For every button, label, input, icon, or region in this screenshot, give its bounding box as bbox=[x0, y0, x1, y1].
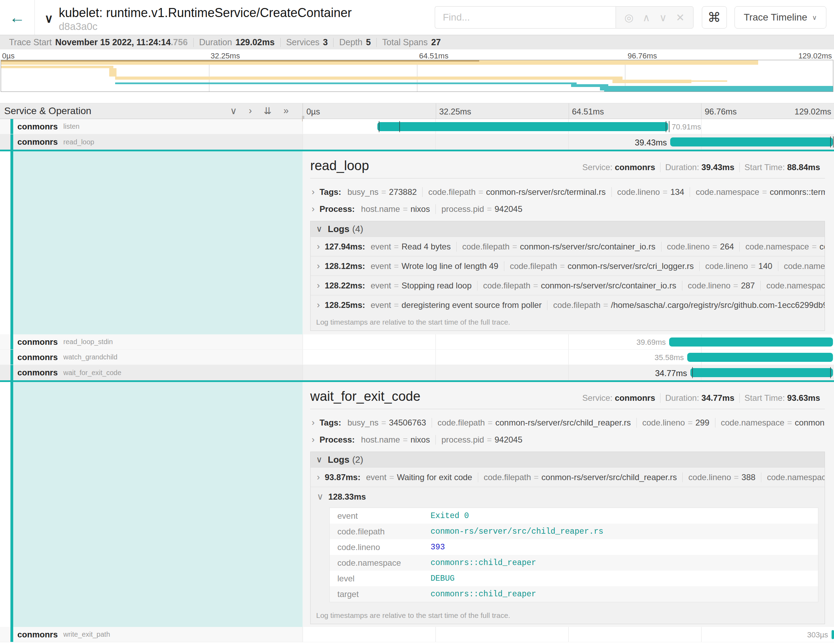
span-bar[interactable] bbox=[690, 368, 833, 377]
expand-all-icon[interactable]: » bbox=[283, 105, 289, 117]
minimap-canvas[interactable] bbox=[1, 60, 833, 92]
find-next-icon[interactable]: ∨ bbox=[659, 11, 667, 24]
span-timeline-cell[interactable]: 39.43ms bbox=[302, 134, 834, 150]
find-focus-icon[interactable]: ◎ bbox=[624, 11, 633, 24]
chevron-right-icon: › bbox=[312, 417, 315, 428]
find-prev-icon[interactable]: ∧ bbox=[642, 11, 650, 24]
log-kv-row: targetconmonrs::child_reaper bbox=[330, 586, 818, 602]
tags-row[interactable]: › Tags: busy_ns=273882code.filepath=conm… bbox=[310, 183, 825, 201]
log-kv-row: code.namespaceconmonrs::child_reaper bbox=[330, 555, 818, 571]
chevron-right-icon: › bbox=[312, 186, 315, 197]
log-entry[interactable]: ›93.87ms:event=Waiting for exit codecode… bbox=[310, 467, 824, 487]
minimap-span-bar bbox=[1, 66, 113, 68]
log-entry[interactable]: ›128.25ms:event=deregistering event sour… bbox=[310, 295, 824, 314]
chevron-right-icon: › bbox=[317, 280, 320, 291]
span-timeline-cell[interactable]: 70.91ms bbox=[302, 119, 834, 134]
log-rows: ›93.87ms:event=Waiting for exit codecode… bbox=[310, 467, 824, 602]
axis-tick-label: 129.02ms bbox=[795, 107, 831, 117]
chevron-right-icon: › bbox=[312, 434, 315, 445]
minimap-span-bar bbox=[613, 80, 692, 83]
minimap-tick-labels: 0µs32.25ms64.51ms96.76ms129.02ms bbox=[0, 51, 834, 60]
trace-title-block: ∨ kubelet: runtime.v1.RuntimeService/Cre… bbox=[35, 2, 435, 32]
minimap-tick-label: 0µs bbox=[2, 52, 15, 60]
minimap-tick-label: 64.51ms bbox=[419, 52, 448, 60]
find-clear-icon[interactable]: ✕ bbox=[676, 11, 684, 24]
span-row-listen[interactable]: conmonrslisten70.91ms bbox=[0, 119, 834, 134]
axis-tick-label: 64.51ms bbox=[572, 107, 604, 117]
span-bar[interactable] bbox=[670, 138, 833, 146]
kv-field: process.pid=942045 bbox=[435, 435, 528, 445]
span-duration-label: 34.77ms bbox=[655, 369, 687, 378]
trace-expander-icon[interactable]: ∨ bbox=[45, 11, 53, 25]
trace-view: ← ∨ kubelet: runtime.v1.RuntimeService/C… bbox=[0, 0, 834, 644]
operation-name: watch_grandchild bbox=[63, 353, 118, 361]
log-kv-row: code.filepathconmon-rs/server/src/child_… bbox=[330, 524, 818, 539]
logs-label: Logs bbox=[328, 224, 349, 235]
kv-field: code.namespace=conmon… bbox=[761, 472, 824, 482]
tags-label: Tags: bbox=[320, 187, 341, 197]
span-row-watch_grandchild[interactable]: conmonrswatch_grandchild35.58ms bbox=[0, 350, 834, 365]
kv-field: code.namespace=conmonrs::child_reap… bbox=[715, 418, 825, 427]
start-time-label: Start Time: bbox=[745, 393, 785, 403]
logs-header[interactable]: ∨ Logs(2) bbox=[310, 452, 824, 467]
span-row-read_loop[interactable]: conmonrsread_loop39.43ms bbox=[0, 134, 834, 151]
span-name-cell[interactable]: conmonrsread_loop bbox=[0, 134, 302, 150]
log-marker-tick bbox=[399, 121, 400, 132]
kv-field: host.name=nixos bbox=[361, 204, 435, 214]
log-marker-tick bbox=[666, 121, 666, 132]
span-duration-label: 70.91ms bbox=[672, 123, 701, 131]
span-row-wait_for_exit_code[interactable]: conmonrswait_for_exit_code34.77ms bbox=[0, 365, 834, 382]
kv-field: process.pid=942045 bbox=[435, 204, 528, 214]
kv-field: busy_ns=273882 bbox=[348, 187, 423, 197]
kv-field: code.filepath=conmon-rs/server/src/conta… bbox=[477, 281, 682, 291]
log-entry-expanded[interactable]: ∨128.33mseventExited 0code.filepathconmo… bbox=[310, 487, 824, 602]
span-name-cell[interactable]: conmonrslisten bbox=[0, 119, 302, 134]
expand-one-icon[interactable]: › bbox=[249, 105, 252, 117]
span-name-cell[interactable]: conmonrsread_loop_stdin bbox=[0, 334, 302, 350]
span-timeline-cell[interactable]: 303µs bbox=[302, 627, 834, 642]
log-timestamp: 128.22ms: bbox=[325, 281, 365, 291]
minimap-tick-label: 129.02ms bbox=[798, 52, 832, 60]
back-button[interactable]: ← bbox=[0, 0, 35, 35]
span-bar[interactable] bbox=[669, 338, 833, 346]
minimap-span-bar bbox=[115, 76, 622, 80]
operation-name: listen bbox=[63, 123, 80, 131]
log-entry[interactable]: ›128.12ms:event=Wrote log line of length… bbox=[310, 256, 824, 275]
process-fields: host.name=nixosprocess.pid=942045 bbox=[361, 204, 528, 214]
span-timeline-cell[interactable]: 34.77ms bbox=[302, 365, 834, 380]
span-row-read_loop_stdin[interactable]: conmonrsread_loop_stdin39.69ms bbox=[0, 334, 834, 350]
process-fields: host.name=nixosprocess.pid=942045 bbox=[361, 435, 528, 445]
tags-row[interactable]: › Tags: busy_ns=34506763code.filepath=co… bbox=[310, 414, 825, 431]
span-name-cell[interactable]: conmonrswrite_exit_path bbox=[0, 627, 302, 642]
span-detail-title: read_loop bbox=[310, 158, 369, 173]
view-selector-dropdown[interactable]: Trace Timeline ∨ bbox=[735, 6, 827, 29]
span-name-cell[interactable]: conmonrswatch_grandchild bbox=[0, 350, 302, 365]
keyboard-shortcuts-button[interactable]: ⌘ bbox=[702, 6, 727, 29]
span-timeline-cell[interactable]: 35.58ms bbox=[302, 350, 834, 365]
span-bar[interactable] bbox=[832, 630, 834, 639]
log-entry[interactable]: ›128.22ms:event=Stopping read loopcode.f… bbox=[310, 275, 824, 295]
span-name-cell[interactable]: conmonrswait_for_exit_code bbox=[0, 365, 302, 380]
span-row-write_exit_path[interactable]: conmonrswrite_exit_path303µs bbox=[0, 627, 834, 642]
log-marker-tick bbox=[830, 136, 831, 147]
page-title: kubelet: runtime.v1.RuntimeService/Creat… bbox=[59, 5, 352, 20]
summary-label: Trace Start bbox=[9, 37, 52, 47]
kv-field: code.filepath=conmon-rs/server/src/termi… bbox=[422, 187, 611, 197]
span-timeline-cell[interactable]: 39.69ms bbox=[302, 334, 834, 350]
kv-field: code.namespace=conmonrs::terminal bbox=[690, 187, 825, 197]
chevron-down-icon: ∨ bbox=[316, 455, 322, 464]
summary-item: Depth5 bbox=[333, 38, 376, 47]
kv-field: event=Stopping read loop bbox=[371, 281, 477, 291]
log-entry[interactable]: ›127.94ms:event=Read 4 bytescode.filepat… bbox=[310, 236, 824, 256]
find-input[interactable] bbox=[435, 6, 616, 29]
process-row[interactable]: › Process: host.name=nixosprocess.pid=94… bbox=[310, 201, 825, 217]
summary-label: Depth bbox=[339, 37, 362, 47]
span-bar[interactable] bbox=[687, 353, 833, 362]
collapse-all-icon[interactable]: ⇊ bbox=[263, 105, 272, 117]
kv-field: code.filepath=conmon-rs/server/src/child… bbox=[432, 418, 637, 427]
log-rows: ›127.94ms:event=Read 4 bytescode.filepat… bbox=[310, 236, 824, 314]
logs-header[interactable]: ∨ Logs(4) bbox=[310, 221, 824, 236]
process-row[interactable]: › Process: host.name=nixosprocess.pid=94… bbox=[310, 431, 825, 448]
collapse-one-icon[interactable]: ∨ bbox=[230, 105, 237, 117]
span-bar[interactable] bbox=[377, 122, 668, 131]
